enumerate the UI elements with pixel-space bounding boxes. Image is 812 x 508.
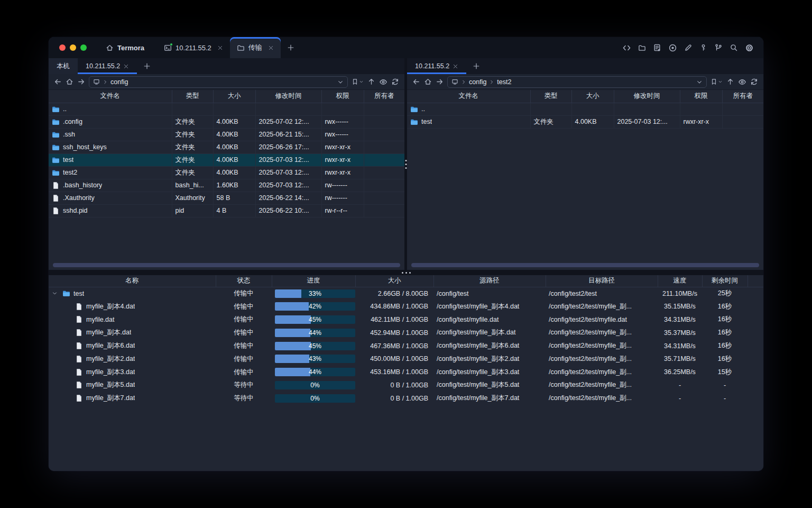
column-header[interactable]: 权限	[680, 90, 722, 103]
forward-button[interactable]	[77, 78, 85, 86]
column-header[interactable]: 状态	[216, 275, 272, 287]
table-row[interactable]: test文件夹4.00KB2025-07-03 12:...rwxr-xr-x	[49, 153, 404, 166]
tab-transfer[interactable]: 传输	[230, 37, 281, 58]
forward-button[interactable]	[436, 78, 444, 86]
column-header[interactable]: 类型	[172, 90, 213, 103]
back-button[interactable]	[412, 78, 420, 86]
column-header[interactable]: 大小	[213, 90, 255, 103]
path-segment[interactable]: test2	[497, 78, 511, 86]
path-segment[interactable]: config	[110, 78, 128, 86]
close-icon[interactable]	[453, 64, 458, 69]
new-file-tab-button[interactable]	[137, 58, 157, 74]
column-header[interactable]: 大小	[571, 90, 614, 103]
app-home-tab[interactable]: Termora	[94, 37, 157, 58]
transfer-row[interactable]: test传输中33%2.66GB / 8.00GB/config/test/co…	[49, 287, 763, 300]
column-header[interactable]: 剩余时间	[702, 275, 748, 287]
column-header[interactable]: 文件名	[49, 90, 172, 103]
edit-icon[interactable]	[684, 43, 693, 52]
column-header[interactable]: 名称	[49, 275, 216, 287]
path-input[interactable]: config	[89, 76, 348, 88]
transfer-row[interactable]: myfile_副本7.dat等待中0%0 B / 1.00GB/config/t…	[49, 392, 763, 405]
transfer-speed: 35.37MB/s	[658, 326, 702, 339]
horizontal-splitter[interactable]	[49, 270, 763, 275]
expander-icon[interactable]	[52, 291, 59, 296]
path-dropdown-icon[interactable]	[337, 79, 344, 85]
table-row[interactable]: .bash_historybash_hi...1.60KB2025-07-03 …	[49, 179, 404, 192]
code-icon[interactable]	[622, 43, 631, 52]
show-hidden-button[interactable]	[379, 78, 387, 86]
refresh-button[interactable]	[750, 78, 758, 86]
tab-session[interactable]: 10.211.55.2	[157, 37, 230, 58]
record-icon[interactable]	[668, 43, 677, 52]
table-row[interactable]: test文件夹4.00KB2025-07-03 12:...rwxr-xr-x	[407, 115, 763, 128]
table-row[interactable]: ssh_host_keys文件夹4.00KB2025-06-26 17:...r…	[49, 141, 404, 153]
h-scrollbar-thumb[interactable]	[411, 263, 759, 267]
column-header[interactable]: 类型	[530, 90, 571, 103]
table-row[interactable]: .XauthorityXauthority58 B2025-06-22 14:.…	[49, 192, 404, 204]
new-file-tab-button[interactable]	[466, 58, 486, 74]
transfer-row[interactable]: myfile_副本6.dat传输中45%467.36MB / 1.00GB/co…	[49, 339, 763, 352]
path-input[interactable]: config test2	[447, 76, 707, 88]
bookmark-button[interactable]	[352, 78, 358, 86]
close-icon[interactable]	[217, 45, 223, 51]
home-button[interactable]	[66, 78, 73, 86]
show-hidden-button[interactable]	[738, 78, 746, 86]
folder-item-icon	[52, 105, 60, 113]
back-button[interactable]	[54, 78, 62, 86]
path-dropdown-icon[interactable]	[696, 79, 703, 85]
file-panes: 本机 10.211.55.2 config	[49, 58, 763, 270]
column-header[interactable]: 修改时间	[614, 90, 680, 103]
table-row[interactable]: test2文件夹4.00KB2025-07-03 12:...rwxr-xr-x	[49, 166, 404, 179]
tab-remote[interactable]: 10.211.55.2	[78, 58, 137, 74]
table-row[interactable]: .config文件夹4.00KB2025-07-02 12:...rwx----…	[49, 115, 404, 128]
port-forward-icon[interactable]	[714, 43, 723, 52]
search-icon[interactable]	[730, 43, 738, 52]
h-scrollbar-thumb[interactable]	[53, 263, 400, 267]
table-row[interactable]: sshd.pidpid4 B2025-06-22 10:...rw-r--r--	[49, 204, 404, 217]
parent-dir-button[interactable]	[367, 78, 375, 86]
tab-local[interactable]: 本机	[49, 58, 78, 74]
parent-dir-button[interactable]	[726, 78, 734, 86]
home-button[interactable]	[424, 78, 432, 86]
transfer-row[interactable]: myfile.dat传输中45%462.11MB / 1.00GB/config…	[49, 313, 763, 326]
close-icon[interactable]	[123, 64, 129, 69]
settings-icon[interactable]	[745, 43, 754, 52]
column-header[interactable]: 所有者	[722, 90, 763, 103]
tab-remote-label: 10.211.55.2	[415, 62, 449, 70]
new-tab-button[interactable]	[281, 37, 301, 58]
progress-bar: 0%	[275, 381, 355, 389]
column-header[interactable]: 目标路径	[546, 275, 658, 287]
key-icon[interactable]	[699, 43, 707, 52]
transfer-row[interactable]: myfile_副本2.dat传输中43%450.00MB / 1.00GB/co…	[49, 352, 763, 366]
zoom-window-button[interactable]	[80, 44, 87, 51]
transfer-row[interactable]: myfile_副本3.dat传输中44%453.16MB / 1.00GB/co…	[49, 366, 763, 379]
transfer-speed: -	[658, 392, 702, 405]
transfer-row[interactable]: myfile_副本5.dat等待中0%0 B / 1.00GB/config/t…	[49, 379, 763, 392]
progress-bar: 33%	[275, 289, 355, 298]
tab-remote[interactable]: 10.211.55.2	[407, 58, 466, 74]
close-icon[interactable]	[268, 45, 274, 51]
column-header[interactable]: 文件名	[407, 90, 530, 103]
column-header[interactable]: 修改时间	[255, 90, 321, 103]
bookmark-dropdown-icon[interactable]	[359, 79, 364, 84]
column-header[interactable]: 权限	[321, 90, 364, 103]
bookmark-button[interactable]	[710, 78, 717, 86]
log-icon[interactable]	[653, 43, 661, 52]
table-row[interactable]: .ssh文件夹4.00KB2025-06-21 15:...rwx------	[49, 128, 404, 141]
refresh-button[interactable]	[391, 78, 399, 86]
transfer-row[interactable]: myfile_副本.dat传输中44%452.94MB / 1.00GB/con…	[49, 326, 763, 339]
close-window-button[interactable]	[59, 44, 66, 51]
column-header[interactable]: 所有者	[364, 90, 404, 103]
table-row[interactable]: ..	[407, 103, 763, 115]
bookmark-dropdown-icon[interactable]	[718, 79, 723, 84]
transfer-row[interactable]: myfile_副本4.dat传输中42%434.86MB / 1.00GB/co…	[49, 300, 763, 313]
folder-icon[interactable]	[638, 44, 646, 52]
column-header[interactable]: 进度	[272, 275, 355, 287]
table-row[interactable]: ..	[49, 103, 404, 115]
minimize-window-button[interactable]	[70, 44, 76, 51]
folder-item-icon	[62, 289, 70, 297]
path-segment[interactable]: config	[469, 78, 486, 86]
column-header[interactable]: 大小	[355, 275, 433, 287]
column-header[interactable]: 速度	[658, 275, 702, 287]
column-header[interactable]: 源路径	[433, 275, 546, 287]
